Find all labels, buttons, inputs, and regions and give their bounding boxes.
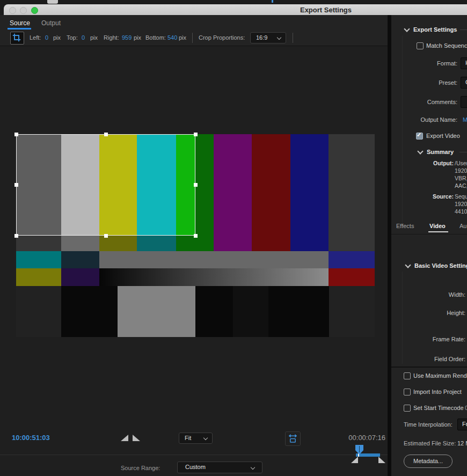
options-divider [391, 367, 467, 368]
metadata-button[interactable]: Metadata... [404, 455, 453, 468]
duration-timecode: 00:00:07:16 [333, 434, 385, 442]
summary-output-line: AAC, [455, 182, 467, 189]
export-video-checkbox[interactable]: ✓ [416, 133, 423, 140]
crop-handle-top-left[interactable] [14, 133, 18, 136]
summary-output-label: Output: [433, 159, 454, 167]
crop-handle-mid-right[interactable] [194, 183, 198, 187]
crop-proportions-dropdown[interactable]: 16:9 [250, 32, 286, 43]
crop-top-value[interactable]: 0 [82, 34, 85, 41]
toolbar-separator [192, 33, 193, 43]
dim-overlay-right [195, 134, 375, 236]
preset-label: Preset: [439, 79, 457, 86]
summary-output-line: 1920x [455, 167, 467, 174]
comments-label: Comments: [427, 98, 457, 106]
crop-proportions-label: Crop Proportions: [199, 34, 245, 41]
summary-source-label: Source: [433, 193, 454, 200]
tabstrip-divider [391, 234, 467, 235]
tab-source[interactable]: Source [10, 19, 30, 27]
summary-source-line: Seque [455, 193, 467, 200]
check-icon: ✓ [417, 131, 421, 138]
timeline-track[interactable] [0, 455, 388, 455]
import-into-project-label[interactable]: Import Into Project [413, 388, 462, 396]
height-label: Height: [447, 309, 465, 317]
export-settings-header[interactable]: Export Settings [413, 26, 457, 33]
set-start-timecode-checkbox[interactable] [404, 405, 411, 412]
crop-tool-button[interactable] [10, 32, 24, 45]
output-name-link[interactable]: M [463, 116, 467, 123]
use-max-render-label[interactable]: Use Maximum Rende [413, 372, 467, 379]
field-order-label: Field Order: [434, 355, 465, 363]
crop-handle-bottom-right[interactable] [194, 234, 198, 238]
close-button [9, 7, 16, 14]
source-range-label: Source Range: [121, 464, 160, 472]
preset-dropdown[interactable]: C [461, 77, 467, 89]
background-app-icon [47, 0, 58, 4]
source-range-dropdown[interactable]: Custom [177, 462, 262, 473]
zoom-level-value: Fit [185, 435, 191, 441]
crop-bottom-unit: pix [179, 34, 186, 41]
chevron-down-icon [251, 465, 255, 470]
set-start-timecode-label[interactable]: Set Start Timecode [413, 404, 464, 412]
summary-output-line: VBR, [455, 174, 467, 182]
set-start-timecode-value[interactable]: 0 [465, 404, 467, 412]
match-sequence-checkbox[interactable] [417, 42, 424, 49]
crop-handle-top-right[interactable] [194, 133, 198, 136]
crop-left-unit: pix [53, 34, 61, 41]
format-label: Format: [437, 60, 457, 67]
current-timecode[interactable]: 10:00:51:03 [12, 434, 50, 442]
export-video-label[interactable]: Export Video [426, 132, 460, 140]
window-title: Export Settings [300, 6, 352, 14]
pane-divider [388, 15, 391, 476]
minimize-button [20, 7, 27, 14]
tab-source-underline [8, 28, 31, 30]
crop-left-label: Left: [30, 34, 41, 41]
dim-overlay-bottom [16, 236, 375, 337]
background-blue-tick [272, 0, 273, 3]
summary-header[interactable]: Summary [427, 148, 454, 156]
toolbar-separator-2 [293, 33, 293, 43]
maximize-button[interactable] [31, 7, 38, 14]
header-rule [459, 152, 467, 152]
group-indent-line [402, 35, 403, 229]
tab-audio[interactable]: Au [459, 222, 466, 230]
width-label: Width: [449, 291, 465, 298]
tab-video-underline [428, 231, 448, 232]
tab-effects[interactable]: Effects [396, 222, 414, 230]
playhead-line [359, 446, 360, 452]
basic-video-settings-header[interactable]: Basic Video Setting [414, 262, 467, 269]
chevron-down-icon [203, 436, 208, 440]
use-max-render-checkbox[interactable] [404, 372, 411, 379]
crop-icon [12, 33, 21, 42]
crop-top-unit: pix [90, 34, 98, 41]
time-interpolation-dropdown[interactable]: Fra [457, 419, 467, 430]
tab-output[interactable]: Output [41, 19, 61, 27]
comments-input[interactable] [461, 96, 467, 108]
format-dropdown[interactable]: H [461, 57, 467, 69]
crop-right-value[interactable]: 959 [122, 34, 132, 41]
crop-preview-icon [288, 434, 298, 443]
zoom-level-dropdown[interactable]: Fit [179, 433, 213, 444]
estimated-file-size-label: Estimated File Size: [404, 440, 456, 447]
crop-right-label: Right: [104, 34, 119, 41]
crop-preview-toggle-button[interactable] [285, 431, 301, 446]
crop-handle-bottom-left[interactable] [14, 234, 18, 238]
frame-rate-label: Frame Rate: [433, 335, 465, 343]
crop-bottom-label: Bottom: [145, 34, 166, 41]
chevron-down-icon [277, 35, 281, 40]
time-interpolation-label: Time Interpolation: [404, 421, 453, 428]
crop-handle-mid-left[interactable] [14, 183, 18, 187]
crop-selection-frame[interactable] [16, 134, 195, 236]
source-range-value: Custom [185, 464, 206, 470]
crop-proportions-value: 16:9 [256, 34, 267, 41]
crop-left-value[interactable]: 0 [45, 34, 48, 41]
crop-bottom-value[interactable]: 540 [167, 34, 177, 41]
crop-handle-bottom-mid[interactable] [104, 234, 108, 238]
estimated-file-size-value: 12 M [457, 440, 467, 447]
crop-handle-top-mid[interactable] [104, 133, 108, 136]
match-sequence-label[interactable]: Match Sequence [426, 42, 467, 49]
time-interpolation-value: Fra [462, 421, 467, 427]
summary-source-line: 44100 [455, 208, 467, 215]
import-into-project-checkbox[interactable] [404, 389, 411, 396]
background-app-strip [0, 0, 467, 4]
tab-video[interactable]: Video [429, 222, 446, 230]
